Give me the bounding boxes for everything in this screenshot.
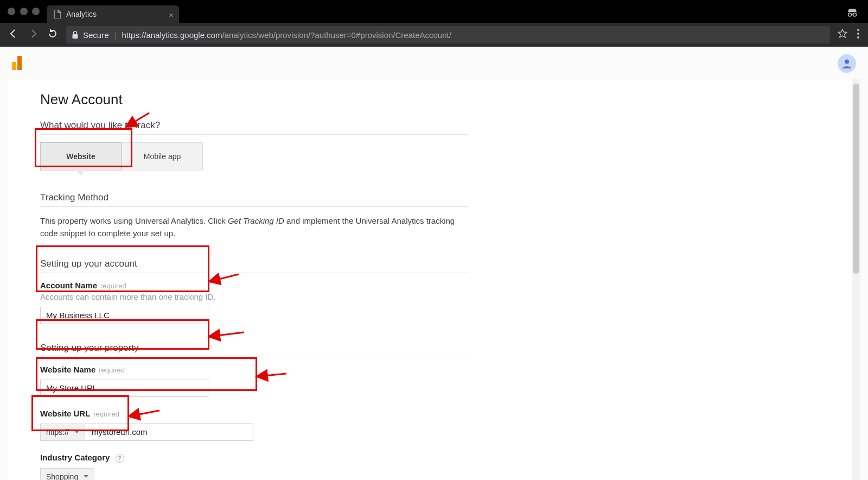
close-window-icon[interactable] [8, 8, 15, 15]
property-setup-heading: Setting up your property [40, 343, 469, 357]
scrollbar[interactable] [852, 79, 860, 480]
chevron-down-icon [74, 431, 79, 434]
reload-button[interactable] [48, 29, 58, 41]
minimize-window-icon[interactable] [20, 8, 28, 15]
zoom-window-icon[interactable] [32, 8, 40, 15]
avatar[interactable] [838, 54, 856, 73]
website-url-input[interactable] [85, 424, 253, 441]
titlebar: Analytics × [0, 0, 868, 23]
url-path: /analytics/web/provision/?authuser=0#pro… [222, 30, 451, 40]
tab-mobile-app[interactable]: Mobile app [122, 142, 203, 170]
svg-point-6 [845, 60, 849, 64]
browser-chrome: Analytics × Secure | https://analytics.g… [0, 0, 868, 47]
browser-menu-icon[interactable] [857, 29, 859, 41]
incognito-icon [846, 8, 858, 17]
app-header [0, 47, 868, 79]
analytics-logo-icon [12, 56, 22, 70]
tab-title: Analytics [66, 10, 97, 18]
industry-select[interactable]: Shopping [40, 468, 94, 480]
browser-tab[interactable]: Analytics × [47, 5, 179, 23]
svg-point-4 [857, 33, 859, 35]
close-tab-icon[interactable]: × [169, 10, 174, 20]
url-host: https://analytics.google.com [122, 30, 222, 40]
tab-website[interactable]: Website [40, 142, 122, 170]
page: New Account What would you like to track… [8, 79, 860, 480]
viewport: New Account What would you like to track… [0, 79, 868, 480]
chevron-down-icon [84, 475, 88, 478]
account-setup-heading: Setting up your account [40, 258, 469, 273]
account-name-label: Account Namerequired [40, 281, 469, 290]
help-icon[interactable]: ? [116, 454, 124, 463]
forward-button[interactable] [28, 29, 38, 41]
account-name-input[interactable] [40, 307, 208, 324]
browser-toolbar: Secure | https://analytics.google.com/an… [0, 23, 868, 47]
page-icon [53, 10, 61, 18]
back-button[interactable] [9, 29, 18, 41]
lock-icon [72, 31, 79, 39]
page-title: New Account [40, 91, 469, 108]
secure-label: Secure [83, 30, 109, 40]
protocol-select[interactable]: https:// [40, 424, 85, 441]
bookmark-star-icon[interactable] [838, 29, 847, 41]
website-name-input[interactable] [40, 380, 208, 397]
svg-point-5 [857, 36, 859, 39]
user-icon [841, 58, 853, 70]
svg-rect-2 [73, 34, 78, 39]
website-name-label: Website Namerequired [40, 365, 469, 374]
track-question: What would you like to track? [40, 120, 469, 135]
website-url-label: Website URLrequired [40, 409, 469, 418]
svg-point-0 [848, 13, 852, 16]
scrollbar-thumb[interactable] [853, 84, 859, 274]
account-name-hint: Accounts can contain more than one track… [40, 292, 469, 301]
tracking-method-heading: Tracking Method [40, 192, 469, 207]
industry-label: Industry Category ? [40, 453, 469, 463]
content: New Account What would you like to track… [8, 79, 469, 480]
tracking-method-desc: This property works using Universal Anal… [40, 214, 469, 240]
svg-point-1 [853, 13, 857, 16]
address-bar[interactable]: Secure | https://analytics.google.com/an… [66, 26, 830, 43]
svg-point-3 [857, 29, 859, 31]
track-type-toggle: Website Mobile app [40, 142, 469, 170]
window-controls[interactable] [8, 8, 40, 15]
